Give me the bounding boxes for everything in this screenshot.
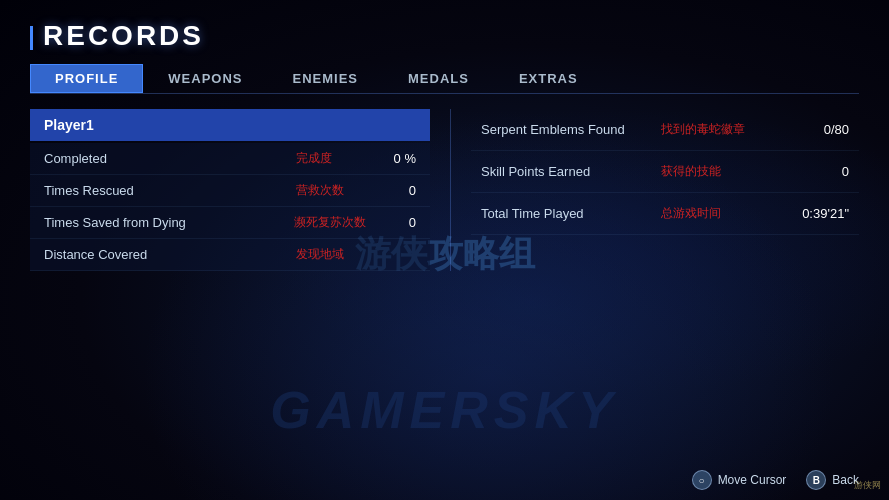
record-row-emblems: Serpent Emblems Found 找到的毒蛇徽章 0/80 <box>471 109 859 151</box>
right-panel: Serpent Emblems Found 找到的毒蛇徽章 0/80 Skill… <box>471 109 859 271</box>
content-area: Player1 Completed 完成度 0 % Times Rescued … <box>30 109 859 271</box>
stat-row-completed: Completed 完成度 0 % <box>30 143 430 175</box>
record-cn-time: 总游戏时间 <box>661 205 789 222</box>
stat-label-rescued: Times Rescued <box>44 183 296 198</box>
stat-cn-saved-dying: 濒死复苏次数 <box>294 214 366 231</box>
record-cn-skillpoints: 获得的技能 <box>661 163 789 180</box>
record-label-skillpoints: Skill Points Earned <box>481 164 661 179</box>
tab-weapons[interactable]: WEAPONS <box>143 64 267 93</box>
record-value-skillpoints: 0 <box>789 164 849 179</box>
move-cursor-label: Move Cursor <box>718 473 787 487</box>
stat-label-distance: Distance Covered <box>44 247 296 262</box>
tab-extras[interactable]: EXTRAS <box>494 64 603 93</box>
tab-medals[interactable]: MEDALS <box>383 64 494 93</box>
record-label-time: Total Time Played <box>481 206 661 221</box>
vertical-divider <box>450 109 451 271</box>
stat-cn-completed: 完成度 <box>296 150 366 167</box>
stat-label-saved-dying: Times Saved from Dying <box>44 215 294 230</box>
stat-value-rescued: 0 <box>386 183 416 198</box>
stat-row-distance: Distance Covered 发现地域 <box>30 239 430 271</box>
page-title: RECORDS <box>30 20 859 52</box>
tab-profile[interactable]: PROFILE <box>30 64 143 93</box>
back-btn[interactable]: B Back <box>806 470 859 490</box>
player-name[interactable]: Player1 <box>30 109 430 141</box>
corner-logo: 游侠网 <box>854 479 881 492</box>
left-panel: Player1 Completed 完成度 0 % Times Rescued … <box>30 109 430 271</box>
stat-cn-rescued: 营救次数 <box>296 182 366 199</box>
bottom-bar: ○ Move Cursor B Back <box>692 470 859 490</box>
stat-row-saved-dying: Times Saved from Dying 濒死复苏次数 0 <box>30 207 430 239</box>
joystick-icon: ○ <box>692 470 712 490</box>
record-row-skillpoints: Skill Points Earned 获得的技能 0 <box>471 151 859 193</box>
main-container: RECORDS PROFILE WEAPONS ENEMIES MEDALS E… <box>0 0 889 500</box>
record-label-emblems: Serpent Emblems Found <box>481 122 661 137</box>
stat-row-rescued: Times Rescued 营救次数 0 <box>30 175 430 207</box>
record-row-time: Total Time Played 总游戏时间 0:39'21" <box>471 193 859 235</box>
stat-label-completed: Completed <box>44 151 296 166</box>
stat-cn-distance: 发现地域 <box>296 246 366 263</box>
b-button-icon[interactable]: B <box>806 470 826 490</box>
tab-bar: PROFILE WEAPONS ENEMIES MEDALS EXTRAS <box>30 64 859 94</box>
move-cursor-btn: ○ Move Cursor <box>692 470 787 490</box>
tab-enemies[interactable]: ENEMIES <box>268 64 384 93</box>
stat-value-saved-dying: 0 <box>386 215 416 230</box>
stat-value-completed: 0 % <box>386 151 416 166</box>
record-cn-emblems: 找到的毒蛇徽章 <box>661 121 789 138</box>
record-value-time: 0:39'21" <box>789 206 849 221</box>
record-value-emblems: 0/80 <box>789 122 849 137</box>
